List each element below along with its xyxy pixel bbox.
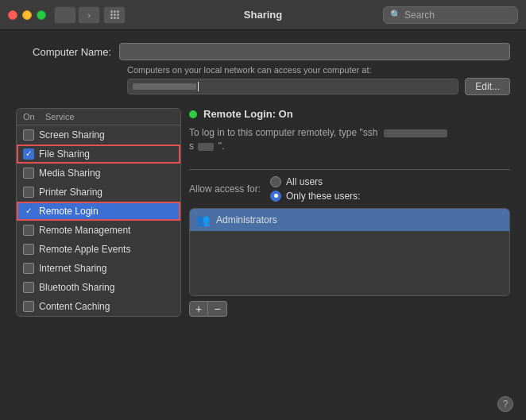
detail-panel: Remote Login: On To log in to this compu… [189,108,510,317]
service-item-screen-sharing[interactable]: Screen Sharing [17,125,180,144]
computer-name-label: Computer Name: [16,46,119,58]
users-list: 👥Administrators [189,208,510,296]
status-dot-green [189,110,197,118]
user-item[interactable]: 👥Administrators [190,209,509,231]
edit-button[interactable]: Edit... [465,78,510,95]
service-name-content-caching: Content Caching [39,301,110,312]
checkbox-internet-sharing[interactable] [23,263,34,274]
local-name-blur [133,83,196,90]
divider [189,169,510,170]
radio-all-circle [270,176,281,187]
service-item-media-sharing[interactable]: Media Sharing [17,164,180,183]
service-item-internet-sharing[interactable]: Internet Sharing [17,259,180,278]
desc-line1: To log in to this computer remotely, typ… [189,127,377,138]
radio-group: All users Only these users: [270,176,360,202]
radio-all-users[interactable]: All users [270,176,360,187]
desc-blur1 [384,129,447,137]
service-name-internet-sharing: Internet Sharing [39,263,106,274]
checkbox-remote-management[interactable] [23,225,34,236]
service-item-printer-sharing[interactable]: Printer Sharing [17,183,180,202]
local-name-row: Edit... [127,78,510,95]
service-name-remote-apple-events: Remote Apple Events [39,244,130,255]
local-name-display [127,79,458,94]
checkbox-screen-sharing[interactable] [23,129,34,141]
forward-button[interactable]: › [78,6,100,24]
service-name-file-sharing: File Sharing [39,148,90,160]
grid-dots-icon [110,10,119,19]
computer-name-input[interactable] [119,43,510,60]
service-name-printer-sharing: Printer Sharing [39,187,102,198]
traffic-lights [8,10,46,20]
main-content: Computer Name: Computers on your local n… [0,30,526,329]
service-item-file-sharing[interactable]: File Sharing [17,144,180,164]
access-label: Allow access for: [189,183,261,195]
desc-blur2 [198,143,214,151]
close-button[interactable] [8,10,17,20]
search-bar[interactable]: 🔍 [383,6,518,24]
grid-view-button[interactable] [103,6,126,24]
service-item-remote-apple-events[interactable]: Remote Apple Events [17,240,180,259]
desc-line2: ". [219,141,225,152]
search-input[interactable] [404,10,511,21]
checkbox-remote-login[interactable] [23,206,34,217]
service-panel: On Service Screen SharingFile SharingMed… [16,108,181,317]
service-name-media-sharing: Media Sharing [39,168,100,179]
computer-name-row: Computer Name: [16,43,510,60]
radio-only-circle [270,191,281,202]
local-network-text: Computers on your local network can acce… [127,65,510,75]
checkbox-bluetooth-sharing[interactable] [23,282,34,293]
remove-user-button[interactable]: − [208,301,227,317]
desc-s-label: s [189,141,194,152]
service-name-remote-login: Remote Login [39,206,99,217]
status-row: Remote Login: On [189,108,510,120]
service-item-remote-login[interactable]: Remote Login [17,202,180,221]
service-item-remote-management[interactable]: Remote Management [17,221,180,240]
search-icon: 🔍 [390,10,401,20]
maximize-button[interactable] [37,10,46,20]
bottom-bar: ? [497,396,513,412]
checkbox-media-sharing[interactable] [23,168,34,179]
users-controls: + − [189,301,510,317]
service-item-bluetooth-sharing[interactable]: Bluetooth Sharing [17,278,180,297]
service-name-bluetooth-sharing: Bluetooth Sharing [39,282,114,293]
service-name-screen-sharing: Screen Sharing [39,129,105,141]
checkbox-content-caching[interactable] [23,301,34,312]
titlebar: ‹ › Sharing 🔍 [0,0,526,30]
nav-buttons: ‹ › [54,6,100,24]
service-name-remote-management: Remote Management [39,225,130,236]
radio-all-label: All users [286,176,323,187]
user-name: Administrators [216,214,277,225]
checkbox-file-sharing[interactable] [23,148,34,160]
service-list-header: On Service [17,109,180,125]
help-button[interactable]: ? [497,396,513,412]
radio-only-label: Only these users: [286,191,360,202]
minimize-button[interactable] [22,10,32,20]
header-on: On [23,112,45,121]
status-text: Remote Login: On [203,108,293,120]
checkbox-remote-apple-events[interactable] [23,244,34,255]
window-title: Sharing [244,9,282,21]
service-item-content-caching[interactable]: Content Caching [17,297,180,316]
main-layout: On Service Screen SharingFile SharingMed… [16,108,510,317]
add-user-button[interactable]: + [189,301,208,317]
radio-only-these[interactable]: Only these users: [270,191,360,202]
service-list: Screen SharingFile SharingMedia SharingP… [17,125,180,316]
description-text: To log in to this computer remotely, typ… [189,126,510,153]
users-group-icon: 👥 [196,214,210,226]
header-service: Service [45,112,75,121]
checkbox-printer-sharing[interactable] [23,187,34,198]
access-row: Allow access for: All users Only these u… [189,176,510,202]
back-button[interactable]: ‹ [54,6,76,24]
